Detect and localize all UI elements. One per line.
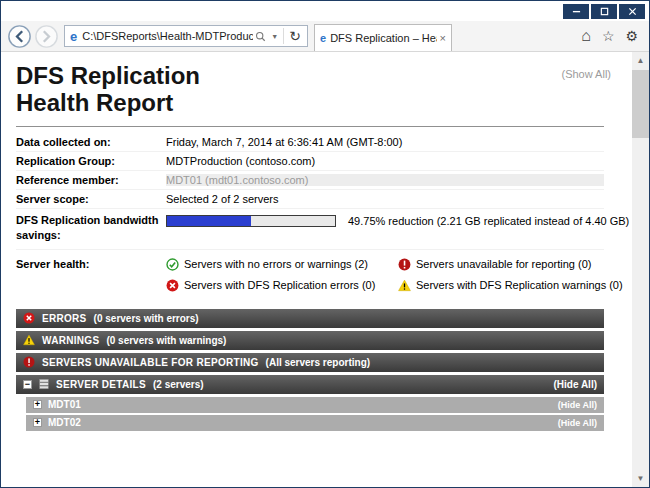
navigation-bar: e C:\DFSReports\Health-MDTProduction-07M… xyxy=(1,21,649,52)
show-all-link[interactable]: (Show All) xyxy=(561,68,611,80)
section-detail: (2 servers) xyxy=(153,379,204,390)
section-errors[interactable]: ERRORS (0 servers with errors) xyxy=(16,309,604,328)
collapse-toggle-icon[interactable]: − xyxy=(23,380,32,389)
expand-toggle-icon[interactable]: + xyxy=(33,400,42,409)
dfs-health-report: (Show All) DFS ReplicationHealth Report … xyxy=(1,52,649,431)
field-label: Server scope: xyxy=(16,193,166,205)
close-button[interactable] xyxy=(619,4,645,19)
settings-gear-icon[interactable]: ⚙ xyxy=(625,29,638,43)
server-row-mdt02[interactable]: + MDT02 (Hide All) xyxy=(26,415,604,431)
address-separator xyxy=(283,28,284,44)
maximize-icon xyxy=(600,7,609,16)
section-title: SERVER DETAILS xyxy=(56,379,146,390)
health-item-ok: Servers with no errors or warnings (2) xyxy=(166,258,398,271)
hide-all-link[interactable]: (Hide All) xyxy=(558,400,597,410)
scrollbar-thumb[interactable] xyxy=(632,70,649,138)
minimize-icon xyxy=(572,7,581,16)
bandwidth-summary: 49.75% reduction (2.21 GB replicated ins… xyxy=(348,215,629,227)
section-detail: (0 servers with warnings) xyxy=(106,335,226,346)
title-divider xyxy=(16,126,604,127)
section-title: SERVERS UNAVAILABLE FOR REPORTING xyxy=(42,357,259,368)
ie-logo-icon: e xyxy=(70,30,77,43)
browser-toolbar-icons: ⌂ ☆ ⚙ xyxy=(581,28,645,44)
page-content: (Show All) DFS ReplicationHealth Report … xyxy=(1,52,649,487)
health-item-text: Servers with DFS Replication errors (0) xyxy=(184,279,375,291)
warning-triangle-icon xyxy=(23,334,35,346)
unavailable-circle-icon xyxy=(23,356,35,368)
bandwidth-value: 49.75% reduction (2.21 GB replicated ins… xyxy=(166,215,629,227)
title-line-1: DFS Replication xyxy=(16,62,200,89)
hide-all-link[interactable]: (Hide All) xyxy=(558,418,597,428)
section-title: WARNINGS xyxy=(42,335,99,346)
favorites-star-icon[interactable]: ☆ xyxy=(602,29,615,43)
refresh-icon[interactable]: ↻ xyxy=(286,29,304,43)
field-value: Selected 2 of 2 servers xyxy=(166,193,279,205)
maximize-button[interactable] xyxy=(591,4,617,19)
health-item-warnings: Servers with DFS Replication warnings (0… xyxy=(398,279,623,292)
field-value: Friday, March 7, 2014 at 6:36:41 AM (GMT… xyxy=(166,136,402,148)
search-icon[interactable] xyxy=(253,31,268,42)
error-circle-icon xyxy=(23,312,35,324)
hide-all-link[interactable]: (Hide All) xyxy=(553,379,597,390)
browser-window: e C:\DFSReports\Health-MDTProduction-07M… xyxy=(0,0,650,488)
warning-triangle-icon xyxy=(398,279,411,292)
back-icon xyxy=(7,24,32,49)
server-health-label: Server health: xyxy=(16,258,166,292)
health-item-errors: Servers with DFS Replication errors (0) xyxy=(166,279,398,292)
field-row-reference-member: Reference member: MDT01 (mdt01.contoso.c… xyxy=(16,171,604,190)
field-row-replication-group: Replication Group: MDTProduction (contos… xyxy=(16,152,604,171)
unavailable-circle-icon xyxy=(398,258,411,271)
address-input[interactable]: C:\DFSReports\Health-MDTProduction-07M xyxy=(82,30,253,42)
ok-circle-icon xyxy=(166,258,179,271)
scroll-down-arrow-icon[interactable]: ▼ xyxy=(632,470,649,487)
server-icon xyxy=(38,378,50,390)
close-icon xyxy=(628,7,637,16)
health-item-unavailable: Servers unavailable for reporting (0) xyxy=(398,258,623,271)
tab-close-icon[interactable]: × xyxy=(440,33,446,44)
section-servers-unavailable[interactable]: SERVERS UNAVAILABLE FOR REPORTING (All s… xyxy=(16,353,604,372)
field-row-server-scope: Server scope: Selected 2 of 2 servers xyxy=(16,190,604,209)
bandwidth-savings-row: DFS Replication bandwidth savings: 49.75… xyxy=(16,209,604,250)
title-bar xyxy=(1,1,649,21)
forward-icon xyxy=(34,24,59,49)
bandwidth-progressbar xyxy=(166,215,336,227)
section-warnings[interactable]: WARNINGS (0 servers with warnings) xyxy=(16,331,604,350)
page-title: DFS ReplicationHealth Report xyxy=(16,62,604,116)
error-circle-icon xyxy=(166,279,179,292)
back-button[interactable] xyxy=(7,24,32,49)
home-icon[interactable]: ⌂ xyxy=(581,28,591,44)
server-name: MDT02 xyxy=(48,417,81,428)
expand-toggle-icon[interactable]: + xyxy=(33,418,42,427)
server-name: MDT01 xyxy=(48,399,81,410)
address-dropdown-icon[interactable]: ▼ xyxy=(268,33,281,40)
minimize-button[interactable] xyxy=(563,4,589,19)
field-label: Data collected on: xyxy=(16,136,166,148)
tab-favicon: e xyxy=(320,32,326,44)
tab-title: DFS Replication – Health Re... xyxy=(330,32,436,44)
field-label: Replication Group: xyxy=(16,155,166,167)
bandwidth-progress-fill xyxy=(167,216,251,226)
section-title: ERRORS xyxy=(42,313,87,324)
address-bar[interactable]: e C:\DFSReports\Health-MDTProduction-07M… xyxy=(64,25,308,47)
server-row-mdt01[interactable]: + MDT01 (Hide All) xyxy=(26,397,604,413)
section-detail: (0 servers with errors) xyxy=(94,313,199,324)
title-line-2: Health Report xyxy=(16,89,173,116)
forward-button[interactable] xyxy=(34,24,59,49)
window-controls xyxy=(563,4,645,19)
report-sections: ERRORS (0 servers with errors) WARNINGS … xyxy=(16,309,604,431)
field-row-data-collected: Data collected on: Friday, March 7, 2014… xyxy=(16,133,604,152)
section-server-details[interactable]: − SERVER DETAILS (2 servers) (Hide All) xyxy=(16,375,604,394)
health-item-text: Servers with no errors or warnings (2) xyxy=(184,258,368,270)
server-health-grid: Servers with no errors or warnings (2) S… xyxy=(166,258,623,292)
scroll-up-arrow-icon[interactable]: ▲ xyxy=(632,52,649,69)
health-item-text: Servers with DFS Replication warnings (0… xyxy=(416,279,623,291)
tab-dfs-replication-health-report[interactable]: e DFS Replication – Health Re... × xyxy=(314,24,452,51)
bandwidth-label: DFS Replication bandwidth savings: xyxy=(16,213,166,243)
server-health-row: Server health: Servers with no errors or… xyxy=(16,250,604,296)
section-detail: (All servers reporting) xyxy=(266,357,370,368)
field-label: Reference member: xyxy=(16,174,166,186)
field-value: MDT01 (mdt01.contoso.com) xyxy=(166,174,604,186)
health-item-text: Servers unavailable for reporting (0) xyxy=(416,258,591,270)
vertical-scrollbar[interactable]: ▲ ▼ xyxy=(632,52,649,487)
field-value: MDTProduction (contoso.com) xyxy=(166,155,315,167)
